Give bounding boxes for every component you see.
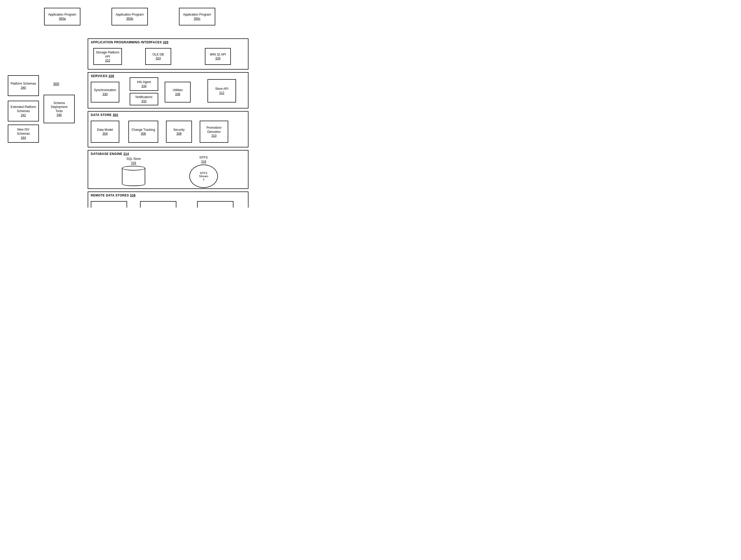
synchronization: Synchronization 330	[91, 82, 119, 103]
api-section-title: APPLICATION PROGRAMMING INTERFACES 320	[91, 41, 168, 44]
svg-line-19	[75, 101, 88, 106]
platform-schemas: Platform Schemas 340	[8, 75, 39, 96]
svg-line-20	[75, 114, 88, 127]
remote-section: REMOTE DATA STORES 338 Common FormatData…	[88, 191, 249, 207]
svg-line-21	[114, 189, 132, 191]
notifications: Notifications 332	[130, 93, 158, 105]
ntfs-store: NTFS 318 NTFSStreams	[187, 156, 220, 188]
schema-deployment-tools: SchemaDeploymentTools 346	[44, 95, 75, 123]
app-program-350c: Application Program 350c	[179, 8, 215, 25]
storage-platform-api: Storage PlatformAPI 322	[93, 48, 122, 65]
app-program-350b: Application Program 350b	[112, 8, 148, 25]
common-format-datastore: Common FormatData Store 340	[91, 201, 127, 207]
datastore-section-title: DATA STORE 302	[91, 113, 118, 117]
info-agent: Info Agent 334	[130, 77, 158, 91]
change-tracking: Change Tracking 306	[128, 121, 158, 143]
services-section: SERVICES 328 Synchronization 330 Info Ag…	[88, 72, 249, 109]
dbengine-section: DATABASE ENGINE 314 SQL Store 316 NTFS 3…	[88, 150, 249, 189]
other-format-datastore: Other FormatData Store 342	[140, 201, 176, 207]
app-program-350a: Application Program 350a	[44, 8, 80, 25]
datastore-section: DATA STORE 302 Data Model 304 Change Tra…	[88, 111, 249, 147]
dbengine-section-title: DATABASE ENGINE 314	[91, 152, 129, 156]
ole-db: OLE DB 324	[145, 48, 171, 65]
svg-line-17	[39, 109, 44, 111]
sql-store: SQL Store 316	[122, 157, 145, 186]
services-section-title: SERVICES 328	[91, 74, 114, 78]
utilities: Utilities 336	[165, 82, 191, 103]
new-isv-schemas: New ISVSchemas 344	[8, 125, 39, 143]
store-api: Store API 312	[207, 79, 236, 103]
win32-api: WIN 32 API 326	[205, 48, 231, 65]
remote-section-title: REMOTE DATA STORES 338	[91, 194, 136, 197]
promotion-demotion: Promotion/Demotion 310	[200, 121, 228, 143]
security: Security 308	[166, 121, 192, 143]
win32-namespace: Win32Namespace 344	[197, 201, 233, 207]
api-section: APPLICATION PROGRAMMING INTERFACES 320 S…	[88, 39, 249, 70]
extended-platform-schemas: Extended PlatformSchemas 342	[8, 101, 39, 121]
diagram-ref-label: 300	[53, 82, 59, 86]
data-model: Data Model 304	[91, 121, 119, 143]
